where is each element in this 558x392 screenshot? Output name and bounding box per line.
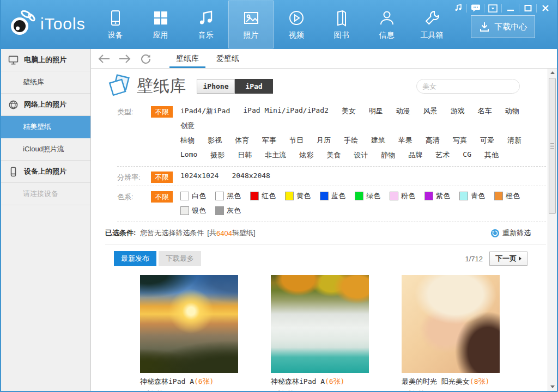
mini-music-icon[interactable]	[450, 2, 466, 14]
tab-wallpaper-library[interactable]: 壁纸库	[167, 49, 208, 68]
color-filter-option[interactable]: 青色	[459, 191, 494, 201]
wallpaper-title[interactable]: 神秘森林iPad A(6张)	[140, 377, 238, 387]
resolution-filter-link[interactable]: 1024x1024	[180, 171, 219, 180]
wallpaper-title[interactable]: 神秘森林iPad A(6张)	[271, 377, 369, 387]
type-filter-link[interactable]: 其他	[484, 150, 499, 160]
wallpaper-thumbnail[interactable]	[271, 275, 369, 373]
type-filter-link[interactable]: CG	[463, 150, 471, 160]
color-filter-option[interactable]: 红色	[250, 191, 285, 201]
refilter-refresh-icon	[490, 229, 500, 238]
person-icon	[378, 9, 396, 27]
feedback-message-icon[interactable]	[467, 2, 484, 14]
type-filter-link[interactable]: 军事	[262, 136, 276, 145]
type-filter-link[interactable]: 美女	[342, 106, 356, 116]
color-filter-option[interactable]: 银色	[180, 206, 215, 216]
type-filter-row-2: 植物影视体育军事节日月历手绘建筑苹果高清写真可爱清新	[180, 136, 546, 150]
color-filter-option[interactable]: 黑色	[215, 191, 250, 201]
type-filter-link[interactable]: 清新	[507, 136, 521, 145]
type-filter-link[interactable]: 摄影	[210, 150, 225, 160]
type-filter-link[interactable]: 品牌	[408, 150, 422, 160]
refilter-button[interactable]: 重新筛选	[490, 228, 531, 238]
type-filter-link[interactable]: 名车	[478, 106, 492, 116]
type-filter-link[interactable]: 手绘	[344, 136, 358, 145]
resolution-filter-link[interactable]: 2048x2048	[232, 171, 270, 180]
color-filter-option[interactable]: 粉色	[390, 191, 424, 201]
sidebar-item-icloud-photostream[interactable]: iCloud照片流	[1, 138, 90, 161]
type-filter-row-1: iPad4/新iPadiPad Mini/iPad/iPad2美女明星动漫风景游…	[180, 106, 546, 136]
search-input[interactable]	[422, 82, 518, 90]
close-button[interactable]	[537, 2, 554, 14]
filter-color-any-chip[interactable]: 不限	[151, 191, 173, 203]
nav-item-device[interactable]: 设备	[93, 1, 138, 48]
nav-item-video[interactable]: 视频	[274, 1, 319, 48]
next-page-button[interactable]: 下一页	[489, 252, 527, 266]
download-center-button[interactable]: 下载中心	[471, 15, 535, 38]
type-filter-link[interactable]: 日韩	[238, 150, 252, 160]
forward-button[interactable]	[117, 51, 132, 66]
music-note-icon	[197, 9, 215, 27]
color-swatch	[180, 192, 189, 200]
toggle-ipad-button[interactable]: iPad	[235, 79, 273, 94]
type-filter-link[interactable]: Lomo	[180, 150, 197, 160]
type-filter-link[interactable]: 静物	[381, 150, 395, 160]
type-filter-link[interactable]: 炫彩	[299, 150, 313, 160]
sort-newest-button[interactable]: 最新发布	[114, 251, 156, 266]
nav-item-info[interactable]: 信息	[364, 1, 409, 48]
type-filter-link[interactable]: iPad Mini/iPad/iPad2	[243, 106, 329, 116]
toggle-iphone-button[interactable]: iPhone	[197, 79, 235, 94]
nav-item-toolbox[interactable]: 工具箱	[409, 1, 454, 48]
type-filter-link[interactable]: 明星	[369, 106, 383, 116]
color-filter-option[interactable]: 蓝色	[320, 191, 355, 201]
skin-menu-icon[interactable]	[484, 2, 501, 14]
color-filter-option[interactable]: 黄色	[285, 191, 320, 201]
color-filter-option[interactable]: 白色	[180, 191, 215, 201]
refresh-button[interactable]	[138, 51, 153, 66]
back-button[interactable]	[96, 51, 112, 66]
sort-most-downloaded-button[interactable]: 下载最多	[159, 251, 201, 266]
type-filter-link[interactable]: iPad4/新iPad	[180, 106, 230, 116]
nav-item-apps[interactable]: 应用	[138, 1, 183, 48]
type-filter-link[interactable]: 设计	[354, 150, 368, 160]
scrollbar-down-arrow[interactable]	[548, 383, 557, 391]
type-filter-link[interactable]: 影视	[208, 136, 222, 145]
type-filter-link[interactable]: 动物	[505, 106, 519, 116]
type-filter-link[interactable]: 苹果	[398, 136, 413, 145]
color-name: 红色	[262, 191, 276, 201]
maximize-button[interactable]	[519, 2, 536, 14]
wallpaper-thumbnail[interactable]	[140, 275, 238, 373]
filter-resolution-any-chip[interactable]: 不限	[151, 171, 173, 183]
type-filter-link[interactable]: 风景	[423, 106, 438, 116]
color-filter-option[interactable]: 紫色	[424, 191, 459, 201]
type-filter-link[interactable]: 可爱	[480, 136, 494, 145]
type-filter-link[interactable]: 体育	[235, 136, 249, 145]
type-filter-link[interactable]: 节日	[289, 136, 304, 145]
device-toggle: iPhone iPad	[197, 79, 273, 94]
filter-type-any-chip[interactable]: 不限	[151, 106, 173, 118]
type-filter-link[interactable]: 月历	[317, 136, 331, 145]
color-filter-option[interactable]: 橙色	[494, 191, 529, 201]
type-filter-link[interactable]: 植物	[180, 136, 195, 145]
type-filter-link[interactable]: 游戏	[451, 106, 465, 116]
nav-item-photos[interactable]: 照片	[228, 1, 274, 48]
wallpaper-thumbnail[interactable]	[402, 275, 500, 373]
nav-item-music[interactable]: 音乐	[183, 1, 228, 48]
type-filter-link[interactable]: 高清	[426, 136, 440, 145]
sidebar-item-wallpaper-library[interactable]: 壁纸库	[1, 71, 90, 94]
scrollbar-thumb[interactable]	[549, 78, 556, 214]
color-filter-option[interactable]: 灰色	[215, 206, 250, 216]
type-filter-link[interactable]: 非主流	[265, 150, 286, 160]
type-filter-link[interactable]: 创意	[180, 121, 195, 131]
nav-item-books[interactable]: 图书	[319, 1, 364, 48]
type-filter-link[interactable]: 写真	[453, 136, 467, 145]
minimize-button[interactable]	[502, 2, 519, 14]
wallpaper-title[interactable]: 最美的时光 阳光美女(8张)	[402, 377, 500, 387]
scrollbar-up-arrow[interactable]	[548, 69, 557, 77]
color-filter-option[interactable]: 绿色	[355, 191, 390, 201]
color-name: 橙色	[506, 191, 520, 201]
type-filter-link[interactable]: 动漫	[396, 106, 410, 116]
tab-love-wallpaper[interactable]: 爱壁纸	[208, 49, 248, 68]
type-filter-link[interactable]: 美食	[326, 150, 341, 160]
sidebar-item-fine-wallpapers[interactable]: 精美壁纸	[1, 116, 90, 138]
type-filter-link[interactable]: 艺术	[435, 150, 450, 160]
type-filter-link[interactable]: 建筑	[371, 136, 385, 145]
